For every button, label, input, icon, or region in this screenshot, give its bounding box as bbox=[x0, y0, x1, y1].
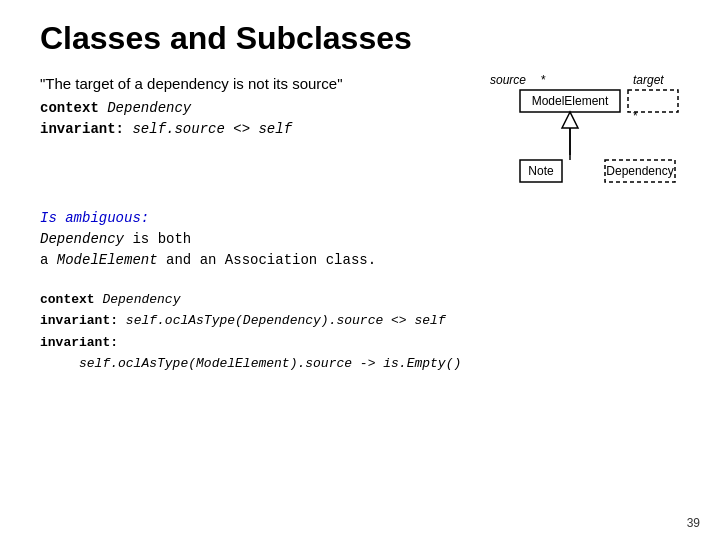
bottom-inv-text1: self.oclAsType(Dependency).source <> sel… bbox=[126, 313, 446, 328]
bottom-keyword1: context bbox=[40, 292, 95, 307]
bottom-line1: context Dependency bbox=[40, 289, 680, 310]
dependency-label: Dependency bbox=[606, 164, 673, 178]
page-number: 39 bbox=[687, 516, 700, 530]
context-line: context Dependency bbox=[40, 98, 460, 119]
ambiguous-line0: Is ambiguous: bbox=[40, 208, 376, 229]
dependency-word: Dependency bbox=[40, 231, 124, 247]
uml-diagram: source * target * ModelElement bbox=[490, 70, 680, 204]
bottom-line3: invariant: bbox=[40, 332, 680, 353]
self-source-italic: self.source <> self bbox=[132, 121, 292, 137]
dependency-dashed-box bbox=[628, 90, 678, 112]
is-both: is both bbox=[132, 231, 191, 247]
keyword-invariant: invariant: bbox=[40, 121, 124, 137]
ambiguous-section: Is ambiguous: Dependency is both a Model… bbox=[40, 208, 680, 271]
target-label: target bbox=[633, 73, 664, 87]
ambiguous-line2: a ModelElement and an Association class. bbox=[40, 250, 376, 271]
model-element-label: ModelElement bbox=[532, 94, 609, 108]
and-word: and an bbox=[166, 252, 225, 268]
quote-text: "The target of a dependency is not its s… bbox=[40, 75, 460, 92]
model-element-word: ModelElement bbox=[57, 252, 158, 268]
bottom-line4: self.oclAsType(ModelElement).source -> i… bbox=[40, 353, 680, 374]
bottom-keyword3: invariant: bbox=[40, 335, 118, 350]
keyword-context: context bbox=[40, 100, 99, 116]
bottom-inv-text2: self.oclAsType(ModelElement).source -> i… bbox=[40, 356, 461, 371]
inherit-arrow bbox=[562, 112, 578, 128]
a-word: a bbox=[40, 252, 57, 268]
ambiguous-line1: Dependency is both bbox=[40, 229, 376, 250]
star1: * bbox=[541, 73, 546, 87]
class-word: class. bbox=[326, 252, 376, 268]
note-label: Note bbox=[528, 164, 554, 178]
left-content: "The target of a dependency is not its s… bbox=[40, 75, 460, 140]
bottom-keyword2: invariant: bbox=[40, 313, 118, 328]
ambiguous-text-block: Is ambiguous: Dependency is both a Model… bbox=[40, 208, 376, 271]
source-label: source bbox=[490, 73, 526, 87]
bottom-code-block: context Dependency invariant: self.oclAs… bbox=[40, 289, 680, 375]
invariant-line: invariant: self.source <> self bbox=[40, 119, 460, 140]
uml-svg: source * target * ModelElement bbox=[490, 70, 680, 200]
association-word: Association bbox=[225, 252, 317, 268]
ambiguous-label: Is ambiguous: bbox=[40, 210, 149, 226]
code-section: context Dependency invariant: self.sourc… bbox=[40, 98, 460, 140]
bottom-dependency1: Dependency bbox=[102, 292, 180, 307]
dependency-italic: Dependency bbox=[107, 100, 191, 116]
bottom-line2: invariant: self.oclAsType(Dependency).so… bbox=[40, 310, 680, 331]
slide-title: Classes and Subclasses bbox=[40, 20, 680, 57]
